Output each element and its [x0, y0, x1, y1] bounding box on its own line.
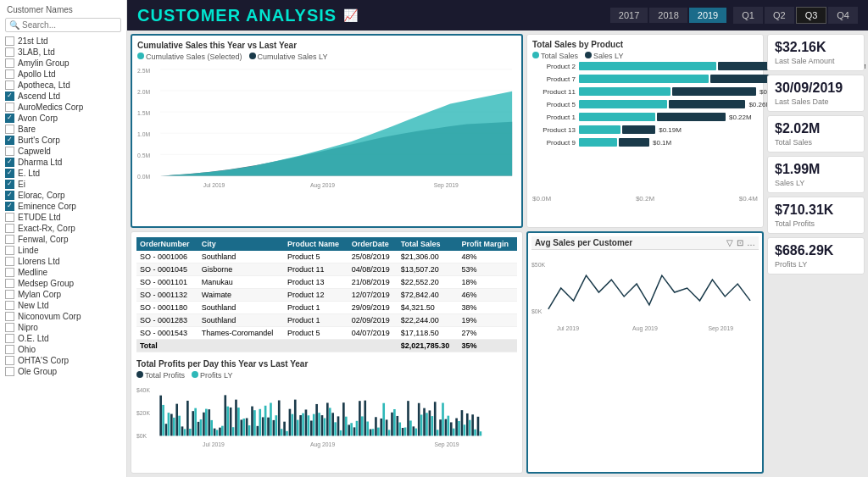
product-label: Product 13 — [532, 126, 579, 134]
svg-rect-78 — [321, 415, 324, 435]
table-row[interactable]: SO - 0001101ManukauProduct 1321/08/2019$… — [136, 275, 517, 288]
product-label: Product 2 — [532, 63, 579, 70]
dashboard: Cumulative Sales this Year vs Last Year … — [127, 31, 868, 477]
sidebar-item[interactable]: Apotheca, Ltd — [0, 80, 126, 91]
profits-chart: $40K $20K $0K Jul 2019 Aug 2019 Sep 2019 — [136, 381, 517, 449]
sidebar-item[interactable]: Nipro — [0, 322, 126, 333]
total-row: Total$2,021,785.3035% — [136, 339, 517, 352]
ly-bar — [619, 138, 649, 147]
svg-rect-76 — [315, 403, 318, 435]
year-tab-2019[interactable]: 2019 — [689, 8, 726, 23]
svg-rect-43 — [226, 406, 229, 435]
table-row[interactable]: SO - 0001132WaimateProduct 1212/07/2019$… — [136, 288, 517, 301]
search-icon: 🔍 — [9, 20, 19, 30]
more-icon[interactable]: … — [747, 238, 755, 247]
expand-icon[interactable]: ⊡ — [737, 238, 743, 247]
svg-rect-131 — [464, 424, 466, 435]
sidebar-item[interactable]: Ole Group — [0, 366, 126, 377]
sidebar-item[interactable]: Niconovum Corp — [0, 311, 126, 322]
search-input[interactable] — [22, 20, 117, 30]
svg-rect-73 — [308, 415, 310, 435]
sidebar-item[interactable]: Capweld — [0, 146, 126, 157]
svg-rect-85 — [340, 430, 342, 435]
sidebar-item[interactable]: Ascend Ltd — [0, 91, 126, 102]
metric-label: Total Profits — [775, 219, 857, 228]
year-tabs: 201720182019 — [610, 8, 726, 23]
sidebar-item[interactable]: Ohio — [0, 344, 126, 355]
svg-rect-57 — [264, 405, 267, 435]
table-row[interactable]: SO - 0001045GisborneProduct 1104/08/2019… — [136, 263, 517, 275]
product-x-0: $0.0M — [532, 195, 551, 202]
sidebar-item[interactable]: Eminence Corp — [0, 201, 126, 212]
svg-rect-70 — [299, 415, 302, 435]
col-totalsales: Total Sales — [398, 237, 459, 251]
ly-bar — [672, 87, 756, 96]
product-legend-ly: Sales LY — [593, 52, 623, 60]
profits-legend-ly: Profits LY — [200, 371, 232, 380]
cumulative-legend-selected: Cumulative Sales (Selected) — [146, 53, 242, 61]
sidebar-item[interactable]: Exact-Rx, Corp — [0, 223, 126, 234]
svg-rect-115 — [420, 414, 423, 435]
sidebar-item[interactable]: E. Ltd — [0, 168, 126, 179]
sidebar-item[interactable]: Apollo Ltd — [0, 69, 126, 80]
svg-rect-39 — [216, 430, 219, 435]
sidebar-item[interactable]: New Ltd — [0, 300, 126, 311]
svg-rect-103 — [388, 430, 391, 435]
svg-rect-127 — [453, 428, 455, 435]
sidebar-item[interactable]: Mylan Corp — [0, 289, 126, 300]
sidebar-item[interactable]: Llorens Ltd — [0, 256, 126, 267]
svg-rect-91 — [356, 420, 359, 435]
year-tab-2017[interactable]: 2017 — [610, 8, 648, 23]
sidebar-item[interactable]: AuroMedics Corp — [0, 102, 126, 113]
svg-text:Aug 2019: Aug 2019 — [310, 182, 335, 189]
svg-rect-133 — [469, 419, 471, 435]
product-chart: Product 2 $0.39M Product 7 $0.38M Produc… — [532, 62, 758, 193]
table-row[interactable]: SO - 0001543Thames-CoromandelProduct 504… — [136, 326, 517, 339]
sidebar-item[interactable]: 3LAB, Ltd — [0, 47, 126, 58]
sidebar-item[interactable]: Amylin Group — [0, 58, 126, 69]
product-bar-row: Product 5 $0.26M — [532, 100, 758, 108]
sidebar-item[interactable]: Medline — [0, 267, 126, 278]
sidebar-item[interactable]: Elorac, Corp — [0, 190, 126, 201]
sidebar-item[interactable]: Bare — [0, 124, 126, 135]
svg-rect-90 — [353, 427, 356, 435]
table-row[interactable]: SO - 0001180SouthlandProduct 129/09/2019… — [136, 301, 517, 313]
year-tab-2018[interactable]: 2018 — [649, 8, 687, 23]
svg-rect-40 — [219, 427, 221, 435]
metric-card: $2.02MTotal Sales — [767, 115, 865, 153]
svg-rect-134 — [471, 414, 474, 435]
svg-rect-31 — [194, 408, 197, 435]
quarter-tab-Q1[interactable]: Q1 — [733, 7, 763, 24]
sidebar-item[interactable]: ETUDE Ltd — [0, 212, 126, 223]
quarter-tab-Q4[interactable]: Q4 — [828, 7, 858, 24]
sidebar-item[interactable]: Dharma Ltd — [0, 157, 126, 168]
sidebar-item[interactable]: OHTA'S Corp — [0, 355, 126, 366]
table-row[interactable]: SO - 0001006SouthlandProduct 525/08/2019… — [136, 251, 517, 263]
sidebar-item[interactable]: Avon Corp — [0, 113, 126, 124]
sales-bar — [579, 138, 617, 147]
svg-rect-80 — [326, 402, 329, 435]
ly-bar — [669, 100, 745, 108]
sales-bar — [579, 75, 709, 83]
svg-rect-137 — [480, 431, 482, 435]
filter-icon[interactable]: ▽ — [726, 238, 733, 247]
sidebar-item[interactable]: 21st Ltd — [0, 36, 126, 47]
metric-card: $1.99MSales LY — [767, 156, 865, 193]
sidebar-item[interactable]: O.E. Ltd — [0, 333, 126, 344]
metric-label: Last Sale Amount — [775, 57, 857, 65]
sidebar-item[interactable]: Medsep Group — [0, 278, 126, 289]
sidebar-item[interactable]: Fenwal, Corp — [0, 234, 126, 245]
svg-rect-45 — [232, 427, 235, 435]
toolbar-icons: ▽ ⊡ … — [726, 238, 755, 247]
sidebar-item[interactable]: Linde — [0, 245, 126, 256]
quarter-tab-Q3[interactable]: Q3 — [796, 7, 827, 24]
metric-card: 30/09/2019Last Sales Date — [767, 75, 865, 112]
sidebar-item[interactable]: Burt's Corp — [0, 135, 126, 146]
sidebar-item[interactable]: Ei — [0, 179, 126, 190]
cumulative-chart-title: Cumulative Sales this Year vs Last Year — [137, 41, 516, 50]
svg-rect-120 — [434, 402, 437, 435]
table-row[interactable]: SO - 0001283SouthlandProduct 102/09/2019… — [136, 313, 517, 326]
quarter-tab-Q2[interactable]: Q2 — [765, 7, 794, 24]
avg-chart-toolbar: Avg Sales per Customer ▽ ⊡ … — [531, 236, 759, 250]
sidebar-search[interactable]: 🔍 — [5, 18, 121, 32]
